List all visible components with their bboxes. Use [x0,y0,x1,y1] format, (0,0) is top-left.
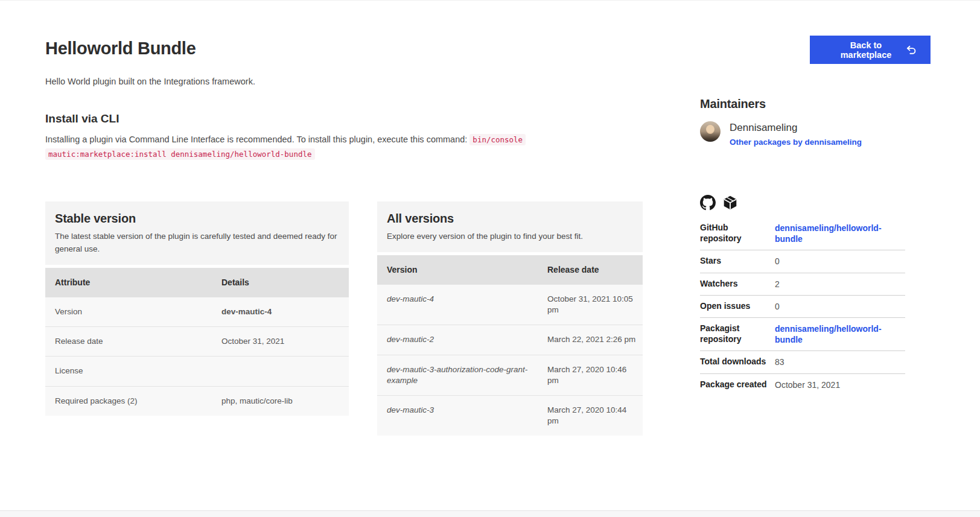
stat-label: Total downloads [700,357,775,367]
stat-value: 83 [775,357,905,367]
stat-label: Packagist repository [700,323,775,345]
stat-label: Watchers [700,279,775,290]
version-cell: dev-mautic-3 [377,396,538,436]
install-cli-heading: Install via CLI [45,112,643,125]
all-versions-card: All versions Explore every version of th… [377,201,643,436]
stat-row: Total downloads 83 [700,351,905,373]
other-packages-link[interactable]: Other packages by dennisameling [730,138,862,147]
stable-version-table: Attribute Details Version dev-mautic-4 R… [45,268,349,416]
stat-label: Stars [700,256,775,267]
column-header-version: Version [377,255,538,285]
table-row: dev-mautic-3-authorization-code-grant-ex… [377,355,643,395]
maintainer-name: Dennisameling [730,121,862,135]
stable-table-header-row: Attribute Details [45,268,349,297]
back-button-label: Back to marketplace [827,40,905,60]
back-to-marketplace-button[interactable]: Back to marketplace [810,36,931,64]
repo-icons [700,195,905,211]
stat-label: Package created [700,379,775,390]
install-cli-section: Install via CLI Installing a plugin via … [45,112,643,162]
attribute-cell: Release date [45,327,212,357]
all-versions-description: Explore every version of the plugin to f… [387,230,633,243]
package-icon [722,195,738,211]
version-cell: dev-mautic-2 [377,325,538,355]
stat-label: GitHub repository [700,223,775,244]
page-title: Helloworld Bundle [45,38,588,59]
table-row: License [45,357,349,386]
stat-row: Stars 0 [700,250,905,273]
column-header-attribute: Attribute [45,268,212,297]
all-versions-heading: All versions [387,212,633,226]
table-row: dev-mautic-4 October 31, 2021 10:05 pm [377,284,643,325]
detail-cell: php, mautic/core-lib [212,386,349,416]
detail-cell: October 31, 2021 [212,327,349,357]
undo-icon [905,44,917,56]
attribute-cell: Required packages (2) [45,386,212,416]
stat-value: 0 [775,256,905,267]
release-date-cell: March 22, 2021 2:26 pm [538,325,643,355]
cards-row: Stable version The latest stable version… [45,201,643,436]
detail-cell[interactable]: dev-mautic-4 [212,297,349,326]
github-icon [700,195,716,211]
stat-row: Package created October 31, 2021 [700,374,905,396]
stat-row: Watchers 2 [700,273,905,296]
stat-label: Open issues [700,301,775,312]
attribute-cell: Version [45,297,212,326]
maintainers-heading: Maintainers [700,97,905,111]
stat-row: Packagist repository dennisameling/hello… [700,318,905,351]
maintainer-info: Dennisameling Other packages by dennisam… [730,121,862,147]
version-cell: dev-mautic-4 [377,284,538,325]
versions-table-header-row: Version Release date [377,255,643,285]
sidebar: Maintainers Dennisameling Other packages… [700,97,905,396]
version-cell: dev-mautic-3-authorization-code-grant-ex… [377,355,538,395]
footer-strip [0,510,980,517]
stat-value[interactable]: dennisameling/helloworld-bundle [775,323,905,345]
all-versions-card-head: All versions Explore every version of th… [377,201,643,252]
column-header-details: Details [212,268,349,297]
install-cli-text-before: Installing a plugin via Command Line Int… [45,135,469,144]
stable-version-card-head: Stable version The latest stable version… [45,201,349,265]
stable-version-description: The latest stable version of the plugin … [55,230,339,256]
install-cli-text: Installing a plugin via Command Line Int… [45,133,643,162]
all-versions-table: Version Release date dev-mautic-4 Octobe… [377,255,643,436]
stat-row: GitHub repository dennisameling/hellowor… [700,217,905,250]
maintainer-row: Dennisameling Other packages by dennisam… [700,121,905,147]
stat-value: October 31, 2021 [775,379,905,390]
stat-value: 2 [775,279,905,290]
avatar [700,121,721,142]
table-row: dev-mautic-3 March 27, 2020 10:44 pm [377,396,643,436]
stable-version-heading: Stable version [55,212,339,226]
table-row: dev-mautic-2 March 22, 2021 2:26 pm [377,325,643,355]
stat-value: 0 [775,301,905,312]
page-subtitle: Hello World plugin built on the Integrat… [45,75,588,87]
stable-version-card: Stable version The latest stable version… [45,201,349,416]
column-header-release-date: Release date [538,255,643,285]
table-row: Version dev-mautic-4 [45,297,349,326]
stat-row: Open issues 0 [700,296,905,318]
release-date-cell: October 31, 2021 10:05 pm [538,284,643,325]
detail-cell [212,357,349,386]
page-header: Helloworld Bundle Hello World plugin bui… [45,38,588,87]
table-row: Release date October 31, 2021 [45,327,349,357]
repo-stats: GitHub repository dennisameling/hellowor… [700,217,905,396]
table-row: Required packages (2) php, mautic/core-l… [45,386,349,416]
stat-value[interactable]: dennisameling/helloworld-bundle [775,223,905,244]
release-date-cell: March 27, 2020 10:46 pm [538,355,643,395]
release-date-cell: March 27, 2020 10:44 pm [538,396,643,436]
attribute-cell: License [45,357,212,386]
